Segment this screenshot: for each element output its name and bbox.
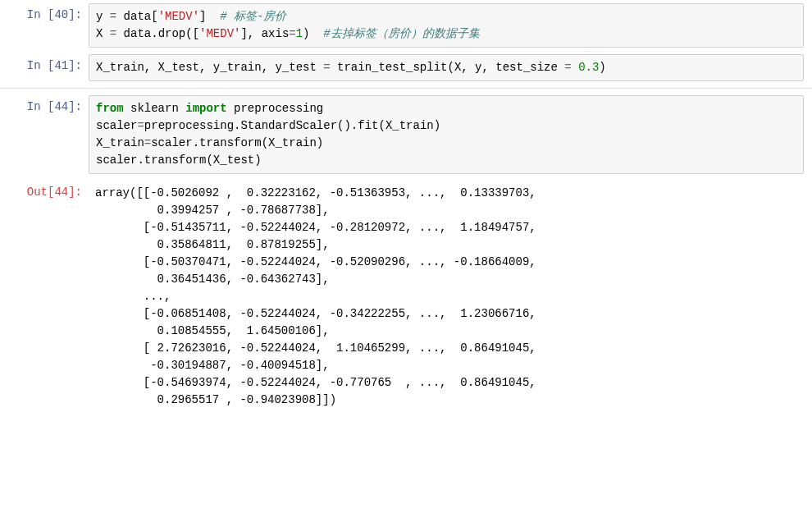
token-text: ) — [599, 61, 605, 74]
token-keyword: from — [96, 102, 124, 115]
token-text: scaler.transform(X_test) — [96, 154, 262, 167]
token-text: ], axis — [240, 27, 289, 40]
output-cell: Out[44]:array([[-0.5026092 , 0.32223162,… — [0, 177, 812, 416]
token-op: = — [323, 61, 330, 74]
token-text — [572, 61, 578, 74]
token-text: X_train — [96, 136, 144, 149]
token-comment: # 标签-房价 — [220, 10, 286, 23]
token-op: = — [110, 10, 116, 23]
input-prompt: In [40]: — [0, 3, 89, 48]
token-op: = — [289, 27, 295, 40]
token-text: sklearn — [124, 102, 186, 115]
token-text: train_test_split(X, y, test_size — [331, 61, 565, 74]
token-text: scaler — [96, 119, 137, 132]
token-text: ) — [303, 27, 323, 40]
token-keyword: import — [185, 102, 226, 115]
token-op: = — [110, 27, 116, 40]
cell-content: X_train, X_test, y_train, y_test = train… — [89, 54, 812, 81]
token-text: ] — [199, 10, 220, 23]
token-op: = — [564, 61, 571, 74]
token-number: 1 — [296, 27, 303, 40]
output-text: array([[-0.5026092 , 0.32223162, -0.5136… — [89, 181, 804, 413]
token-text: scaler.transform(X_train) — [151, 136, 323, 149]
cell-content: from sklearn import preprocessing scaler… — [89, 95, 812, 174]
cell-divider — [0, 88, 812, 89]
token-text: data[ — [116, 10, 157, 23]
cell-content: array([[-0.5026092 , 0.32223162, -0.5136… — [89, 181, 812, 413]
token-text: preprocessing — [227, 102, 324, 115]
output-prompt: Out[44]: — [0, 181, 89, 413]
input-prompt: In [41]: — [0, 54, 89, 81]
token-text: preprocessing.StandardScaler().fit(X_tra… — [144, 119, 440, 132]
code-cell: In [44]:from sklearn import preprocessin… — [0, 92, 812, 177]
cell-content: y = data['MEDV'] # 标签-房价 X = data.drop([… — [89, 3, 812, 48]
token-text: data.drop([ — [116, 27, 199, 40]
token-op: = — [144, 136, 151, 149]
token-number: 0.3 — [578, 61, 599, 74]
code-input[interactable]: y = data['MEDV'] # 标签-房价 X = data.drop([… — [89, 3, 804, 48]
token-comment: #去掉标签（房价）的数据子集 — [323, 27, 479, 40]
notebook-container: In [40]:y = data['MEDV'] # 标签-房价 X = dat… — [0, 0, 812, 416]
code-input[interactable]: from sklearn import preprocessing scaler… — [89, 95, 804, 174]
token-text: X_train, X_test, y_train, y_test — [96, 61, 323, 74]
code-cell: In [40]:y = data['MEDV'] # 标签-房价 X = dat… — [0, 0, 812, 51]
input-prompt: In [44]: — [0, 95, 89, 174]
token-text: y — [96, 10, 110, 23]
token-string: 'MEDV' — [158, 10, 199, 23]
token-text: X — [96, 27, 110, 40]
token-string: 'MEDV' — [199, 27, 240, 40]
code-input[interactable]: X_train, X_test, y_train, y_test = train… — [89, 54, 804, 81]
code-cell: In [41]:X_train, X_test, y_train, y_test… — [0, 51, 812, 85]
token-op: = — [137, 119, 144, 132]
